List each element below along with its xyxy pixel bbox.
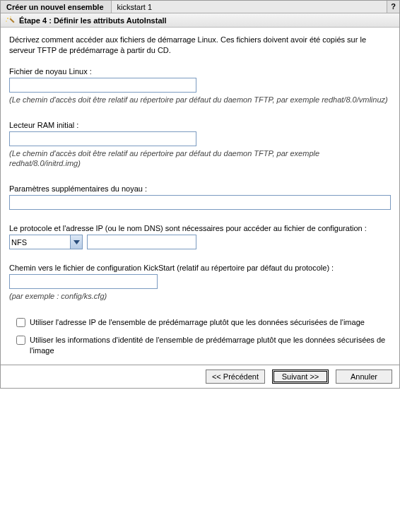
cfgpath-hint: (par exemple : config/ks.cfg) [9,291,391,302]
kparams-label: Paramètres supplémentaires du noyau : [9,184,391,193]
initrd-label: Lecteur RAM initial : [9,121,391,129]
step-description: Décrivez comment accéder aux fichiers de… [9,35,391,56]
protocol-select[interactable]: NFS [9,235,83,249]
protocol-label: Le protocole et l'adresse IP (ou le nom … [9,224,391,232]
wizard-body: Décrivez comment accéder aux fichiers de… [1,28,399,365]
cfgpath-label: Chemin vers le fichier de configuration … [9,264,391,272]
kparams-input[interactable] [9,195,391,210]
wand-icon [5,16,15,25]
titlebar: Créer un nouvel ensemble kickstart 1 ? [1,1,399,13]
svg-rect-0 [9,18,14,23]
protocol-address-input[interactable] [87,235,196,249]
use-ip-checkbox-row[interactable]: Utiliser l'adresse IP de l'ensemble de p… [16,317,391,328]
use-identity-checkbox[interactable] [16,336,25,345]
use-identity-checkbox-row[interactable]: Utiliser les informations d'identité de … [16,335,391,356]
wizard-dialog: Créer un nouvel ensemble kickstart 1 ? É… [0,0,400,389]
initrd-input[interactable] [9,131,196,146]
wizard-title: Créer un nouvel ensemble [1,1,112,13]
use-identity-label: Utiliser les informations d'identité de … [30,335,391,356]
step-label: Étape 4 : Définir les attributs AutoInst… [19,16,167,25]
kernel-input[interactable] [9,78,196,93]
previous-button[interactable]: << Précédent [206,370,265,384]
next-button[interactable]: Suivant >> [272,370,329,384]
use-ip-checkbox[interactable] [16,318,25,327]
cancel-button[interactable]: Annuler [336,370,392,384]
kernel-label: Fichier de noyau Linux : [9,67,391,76]
initrd-hint: (Le chemin d'accès doit être relatif au … [9,148,391,170]
svg-point-1 [7,18,8,19]
use-ip-label: Utiliser l'adresse IP de l'ensemble de p… [30,317,365,328]
kernel-hint: (Le chemin d'accès doit être relatif au … [9,95,391,105]
svg-point-3 [10,16,11,18]
cfgpath-input[interactable] [9,274,158,289]
step-header: Étape 4 : Définir les attributs AutoInst… [1,13,399,28]
help-button[interactable]: ? [387,1,399,13]
svg-point-2 [6,20,7,22]
wizard-subtitle: kickstart 1 [112,1,387,13]
wizard-footer: << Précédent Suivant >> Annuler [1,365,399,388]
